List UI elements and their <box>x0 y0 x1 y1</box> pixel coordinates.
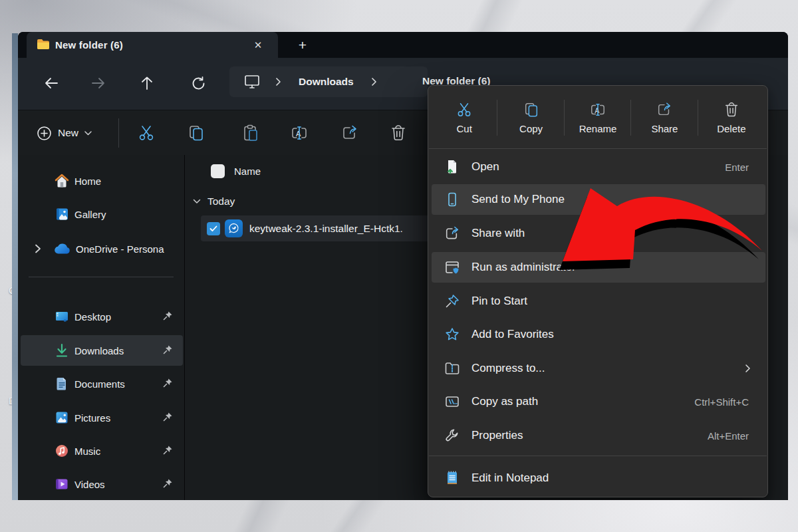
downloads-icon <box>55 343 69 358</box>
delete-button[interactable]: Delete <box>698 89 765 146</box>
sidebar: Home Gallery OneDrive - Persona <box>18 155 184 500</box>
pin-icon <box>162 344 174 356</box>
delete-label: Delete <box>717 123 745 134</box>
new-button[interactable]: New <box>30 120 98 146</box>
documents-icon <box>55 376 69 391</box>
menu-item-pin-to-start[interactable]: Pin to Start <box>432 286 765 317</box>
properties-icon <box>444 428 460 444</box>
copy-label: Copy <box>519 123 543 134</box>
copy-icon[interactable] <box>188 124 205 142</box>
menu-item-label: Pin to Start <box>471 295 527 308</box>
rename-icon: A <box>590 102 606 118</box>
delete-icon[interactable] <box>390 124 407 142</box>
menu-item-shortcut: Enter <box>725 162 749 173</box>
cut-icon <box>456 102 472 118</box>
copy-button[interactable]: Copy <box>497 89 564 146</box>
sidebar-item-onedrive[interactable]: OneDrive - Persona <box>21 233 183 264</box>
cut-label: Cut <box>457 123 472 134</box>
share-icon <box>656 102 672 118</box>
sidebar-item-label: Home <box>74 176 101 187</box>
menu-separator <box>429 456 767 456</box>
music-icon <box>55 444 69 458</box>
delete-icon <box>724 102 739 118</box>
breadcrumb-chevron-icon <box>275 77 281 86</box>
share-button[interactable]: Share <box>631 89 698 146</box>
plus-circle-icon <box>37 126 52 141</box>
svg-text:A: A <box>595 106 599 114</box>
share-label: Share <box>651 123 678 134</box>
chevron-down-icon <box>84 131 92 136</box>
group-label: Today <box>207 196 235 207</box>
compress-icon <box>444 360 460 376</box>
submenu-chevron-icon <box>745 364 751 373</box>
desktop-icon <box>55 309 69 324</box>
copy-as-path-icon <box>444 394 460 410</box>
menu-item-label: Edit in Notepad <box>471 471 549 485</box>
sidebar-item-music[interactable]: Music <box>21 436 183 466</box>
folder-icon <box>37 39 50 50</box>
menu-item-label: Properties <box>471 429 523 442</box>
share-icon[interactable] <box>341 124 358 142</box>
pin-icon <box>162 477 174 489</box>
pin-icon <box>162 444 174 456</box>
file-icon <box>225 219 243 237</box>
sidebar-item-desktop[interactable]: Desktop <box>21 301 183 332</box>
pin-icon <box>162 377 174 389</box>
paste-icon[interactable] <box>242 124 259 142</box>
up-button[interactable] <box>136 72 158 94</box>
menu-item-copy-as-path[interactable]: Copy as path Ctrl+Shift+C <box>432 386 765 417</box>
address-bar[interactable]: Downloads <box>229 66 428 97</box>
expand-chevron-icon[interactable] <box>33 243 43 254</box>
sidebar-item-documents[interactable]: Documents <box>21 368 183 399</box>
toolbar-separator <box>118 118 119 148</box>
sidebar-item-videos[interactable]: Videos <box>21 469 183 499</box>
file-checkbox[interactable] <box>207 222 220 235</box>
menu-item-label: Copy as path <box>471 395 538 408</box>
sidebar-item-label: Music <box>74 446 100 457</box>
rename-label: Rename <box>579 123 617 134</box>
context-menu: Cut Copy A Rename <box>428 85 768 497</box>
tab-title: New folder (6) <box>55 39 123 51</box>
column-header-name[interactable]: Name <box>234 166 261 177</box>
sidebar-item-downloads[interactable]: Downloads <box>21 335 183 366</box>
breadcrumb-chevron-icon <box>371 77 377 86</box>
home-icon <box>55 174 69 188</box>
menu-item-edit-in-notepad[interactable]: Edit in Notepad <box>432 463 765 493</box>
pin-icon <box>162 411 174 423</box>
menu-item-compress-to[interactable]: Compress to... <box>432 353 765 384</box>
back-button[interactable] <box>40 72 63 94</box>
sidebar-item-gallery[interactable]: Gallery <box>21 199 183 229</box>
rename-icon[interactable]: A <box>291 124 308 142</box>
menu-item-add-to-favorites[interactable]: Add to Favorites <box>432 319 765 350</box>
tab-close-button[interactable]: ✕ <box>250 37 266 53</box>
menu-separator <box>429 148 767 149</box>
copy-icon <box>523 102 539 118</box>
new-tab-button[interactable]: + <box>293 35 313 55</box>
pictures-icon <box>55 410 69 425</box>
rename-button[interactable]: A Rename <box>565 89 631 146</box>
context-menu-icon-row: Cut Copy A Rename <box>431 89 765 146</box>
star-icon <box>444 327 460 342</box>
sidebar-item-pictures[interactable]: Pictures <box>21 402 183 433</box>
gallery-icon <box>55 207 69 221</box>
select-all-checkbox[interactable] <box>211 164 225 178</box>
sidebar-divider <box>29 277 174 277</box>
cut-button[interactable]: Cut <box>431 89 497 146</box>
breadcrumb-downloads[interactable]: Downloads <box>299 76 354 88</box>
menu-item-properties[interactable]: Properties Alt+Enter <box>432 420 765 451</box>
cut-icon[interactable] <box>138 124 155 142</box>
this-pc-icon <box>244 74 260 89</box>
refresh-button[interactable] <box>187 72 209 94</box>
pin-icon <box>162 310 174 322</box>
tab-new-folder[interactable]: New folder (6) ✕ <box>27 32 278 58</box>
sidebar-item-label: Videos <box>74 479 105 490</box>
menu-item-label: Add to Favorites <box>471 328 554 341</box>
menu-item-label: Compress to... <box>471 362 545 375</box>
sidebar-item-label: Desktop <box>74 311 111 323</box>
new-button-label: New <box>58 127 78 139</box>
sidebar-item-home[interactable]: Home <box>21 166 183 196</box>
sidebar-item-label: Pictures <box>74 412 110 424</box>
forward-button[interactable] <box>87 72 110 94</box>
sidebar-item-label: Gallery <box>74 209 106 220</box>
group-header-today[interactable]: Today <box>193 196 235 207</box>
